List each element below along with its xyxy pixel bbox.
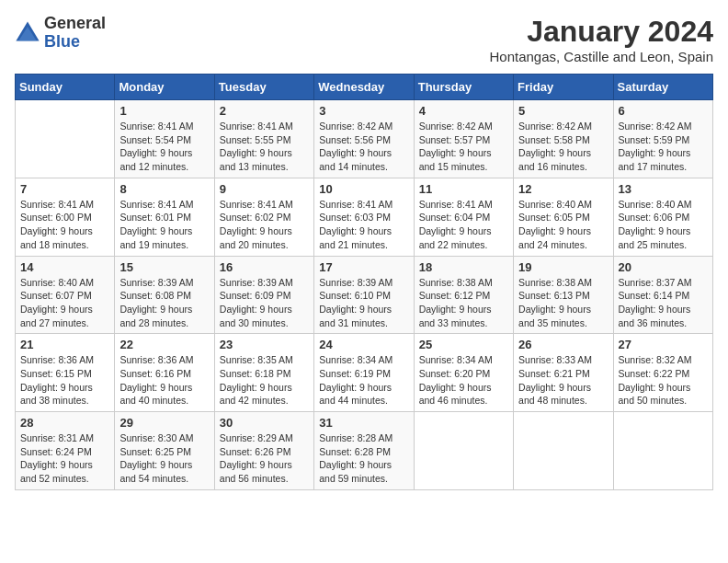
day-number: 7	[20, 182, 109, 196]
day-number: 6	[619, 104, 708, 118]
logo-general-text: General	[44, 15, 106, 33]
weekday-header-sunday: Sunday	[16, 75, 115, 100]
calendar-cell: 23Sunrise: 8:35 AMSunset: 6:18 PMDayligh…	[214, 334, 313, 412]
calendar-body: 1Sunrise: 8:41 AMSunset: 5:54 PMDaylight…	[16, 100, 713, 490]
day-info: Sunrise: 8:42 AMSunset: 5:57 PMDaylight:…	[419, 120, 508, 174]
calendar-cell	[414, 412, 513, 490]
calendar-week-row: 14Sunrise: 8:40 AMSunset: 6:07 PMDayligh…	[16, 256, 713, 334]
calendar-week-row: 28Sunrise: 8:31 AMSunset: 6:24 PMDayligh…	[16, 412, 713, 490]
calendar-cell: 4Sunrise: 8:42 AMSunset: 5:57 PMDaylight…	[414, 100, 513, 178]
title-area: January 2024 Hontangas, Castille and Leo…	[489, 15, 713, 64]
day-number: 9	[220, 182, 309, 196]
day-number: 2	[220, 104, 309, 118]
day-info: Sunrise: 8:41 AMSunset: 5:54 PMDaylight:…	[119, 120, 209, 174]
calendar-cell: 12Sunrise: 8:40 AMSunset: 6:05 PMDayligh…	[514, 178, 613, 256]
day-info: Sunrise: 8:39 AMSunset: 6:10 PMDaylight:…	[319, 276, 408, 330]
calendar-table: SundayMondayTuesdayWednesdayThursdayFrid…	[15, 74, 713, 490]
calendar-cell: 22Sunrise: 8:36 AMSunset: 6:16 PMDayligh…	[115, 334, 214, 412]
day-info: Sunrise: 8:39 AMSunset: 6:08 PMDaylight:…	[119, 276, 209, 330]
day-info: Sunrise: 8:34 AMSunset: 6:20 PMDaylight:…	[419, 353, 508, 408]
day-number: 10	[319, 182, 408, 196]
day-info: Sunrise: 8:36 AMSunset: 6:15 PMDaylight:…	[20, 353, 109, 408]
day-number: 27	[619, 338, 708, 351]
day-info: Sunrise: 8:29 AMSunset: 6:26 PMDaylight:…	[220, 431, 309, 486]
day-number: 5	[518, 104, 608, 118]
logo-text: General Blue	[44, 15, 106, 52]
weekday-header-row: SundayMondayTuesdayWednesdayThursdayFrid…	[16, 75, 713, 100]
day-number: 15	[119, 260, 209, 274]
calendar-cell: 14Sunrise: 8:40 AMSunset: 6:07 PMDayligh…	[16, 256, 115, 334]
day-info: Sunrise: 8:38 AMSunset: 6:12 PMDaylight:…	[419, 276, 508, 330]
calendar-cell	[514, 412, 613, 490]
day-info: Sunrise: 8:41 AMSunset: 6:04 PMDaylight:…	[419, 198, 508, 252]
day-number: 23	[220, 338, 309, 351]
day-number: 21	[20, 338, 109, 351]
day-number: 19	[518, 260, 608, 274]
day-number: 30	[220, 416, 309, 430]
main-title: January 2024	[489, 15, 713, 49]
day-number: 3	[319, 104, 408, 118]
logo-blue-text: Blue	[44, 33, 106, 52]
day-info: Sunrise: 8:41 AMSunset: 5:55 PMDaylight:…	[220, 120, 309, 174]
logo-icon	[15, 20, 40, 46]
day-number: 25	[419, 338, 508, 351]
calendar-cell: 3Sunrise: 8:42 AMSunset: 5:56 PMDaylight…	[314, 100, 414, 178]
calendar-cell: 7Sunrise: 8:41 AMSunset: 6:00 PMDaylight…	[16, 178, 115, 256]
weekday-header-tuesday: Tuesday	[214, 75, 313, 100]
weekday-header-saturday: Saturday	[613, 75, 712, 100]
day-info: Sunrise: 8:40 AMSunset: 6:07 PMDaylight:…	[20, 276, 109, 330]
calendar-cell: 25Sunrise: 8:34 AMSunset: 6:20 PMDayligh…	[414, 334, 513, 412]
calendar-week-row: 1Sunrise: 8:41 AMSunset: 5:54 PMDaylight…	[16, 100, 713, 178]
calendar-header: SundayMondayTuesdayWednesdayThursdayFrid…	[16, 75, 713, 100]
calendar-cell: 10Sunrise: 8:41 AMSunset: 6:03 PMDayligh…	[314, 178, 414, 256]
calendar-cell: 2Sunrise: 8:41 AMSunset: 5:55 PMDaylight…	[214, 100, 313, 178]
day-info: Sunrise: 8:36 AMSunset: 6:16 PMDaylight:…	[119, 353, 209, 408]
day-number: 14	[20, 260, 109, 274]
day-info: Sunrise: 8:28 AMSunset: 6:28 PMDaylight:…	[319, 431, 408, 486]
day-info: Sunrise: 8:33 AMSunset: 6:21 PMDaylight:…	[518, 353, 608, 408]
calendar-cell: 26Sunrise: 8:33 AMSunset: 6:21 PMDayligh…	[514, 334, 613, 412]
day-number: 20	[619, 260, 708, 274]
day-number: 11	[419, 182, 508, 196]
day-info: Sunrise: 8:31 AMSunset: 6:24 PMDaylight:…	[20, 431, 109, 486]
calendar-cell: 29Sunrise: 8:30 AMSunset: 6:25 PMDayligh…	[115, 412, 214, 490]
weekday-header-friday: Friday	[514, 75, 613, 100]
calendar-cell: 5Sunrise: 8:42 AMSunset: 5:58 PMDaylight…	[514, 100, 613, 178]
calendar-cell	[613, 412, 712, 490]
day-info: Sunrise: 8:41 AMSunset: 6:00 PMDaylight:…	[20, 198, 109, 252]
calendar-cell: 20Sunrise: 8:37 AMSunset: 6:14 PMDayligh…	[613, 256, 712, 334]
calendar-cell: 21Sunrise: 8:36 AMSunset: 6:15 PMDayligh…	[16, 334, 115, 412]
day-number: 26	[518, 338, 608, 351]
calendar-cell: 18Sunrise: 8:38 AMSunset: 6:12 PMDayligh…	[414, 256, 513, 334]
day-info: Sunrise: 8:35 AMSunset: 6:18 PMDaylight:…	[220, 353, 309, 408]
calendar-cell: 24Sunrise: 8:34 AMSunset: 6:19 PMDayligh…	[314, 334, 414, 412]
day-info: Sunrise: 8:42 AMSunset: 5:59 PMDaylight:…	[619, 120, 708, 174]
weekday-header-wednesday: Wednesday	[314, 75, 414, 100]
day-info: Sunrise: 8:40 AMSunset: 6:06 PMDaylight:…	[619, 198, 708, 252]
day-info: Sunrise: 8:39 AMSunset: 6:09 PMDaylight:…	[220, 276, 309, 330]
logo: General Blue	[15, 15, 106, 52]
calendar-cell: 1Sunrise: 8:41 AMSunset: 5:54 PMDaylight…	[115, 100, 214, 178]
calendar-cell: 15Sunrise: 8:39 AMSunset: 6:08 PMDayligh…	[115, 256, 214, 334]
header: General Blue January 2024 Hontangas, Cas…	[15, 15, 713, 64]
day-info: Sunrise: 8:42 AMSunset: 5:58 PMDaylight:…	[518, 120, 608, 174]
calendar-cell: 30Sunrise: 8:29 AMSunset: 6:26 PMDayligh…	[214, 412, 313, 490]
day-number: 1	[119, 104, 209, 118]
day-info: Sunrise: 8:30 AMSunset: 6:25 PMDaylight:…	[119, 431, 209, 486]
day-info: Sunrise: 8:41 AMSunset: 6:01 PMDaylight:…	[119, 198, 209, 252]
day-number: 31	[319, 416, 408, 430]
day-number: 12	[518, 182, 608, 196]
calendar-cell: 6Sunrise: 8:42 AMSunset: 5:59 PMDaylight…	[613, 100, 712, 178]
day-number: 22	[119, 338, 209, 351]
calendar-cell: 31Sunrise: 8:28 AMSunset: 6:28 PMDayligh…	[314, 412, 414, 490]
day-info: Sunrise: 8:38 AMSunset: 6:13 PMDaylight:…	[518, 276, 608, 330]
weekday-header-monday: Monday	[115, 75, 214, 100]
calendar-cell	[16, 100, 115, 178]
subtitle: Hontangas, Castille and Leon, Spain	[489, 49, 713, 64]
day-number: 16	[220, 260, 309, 274]
day-number: 28	[20, 416, 109, 430]
day-number: 13	[619, 182, 708, 196]
calendar-cell: 19Sunrise: 8:38 AMSunset: 6:13 PMDayligh…	[514, 256, 613, 334]
calendar-cell: 13Sunrise: 8:40 AMSunset: 6:06 PMDayligh…	[613, 178, 712, 256]
day-info: Sunrise: 8:41 AMSunset: 6:03 PMDaylight:…	[319, 198, 408, 252]
